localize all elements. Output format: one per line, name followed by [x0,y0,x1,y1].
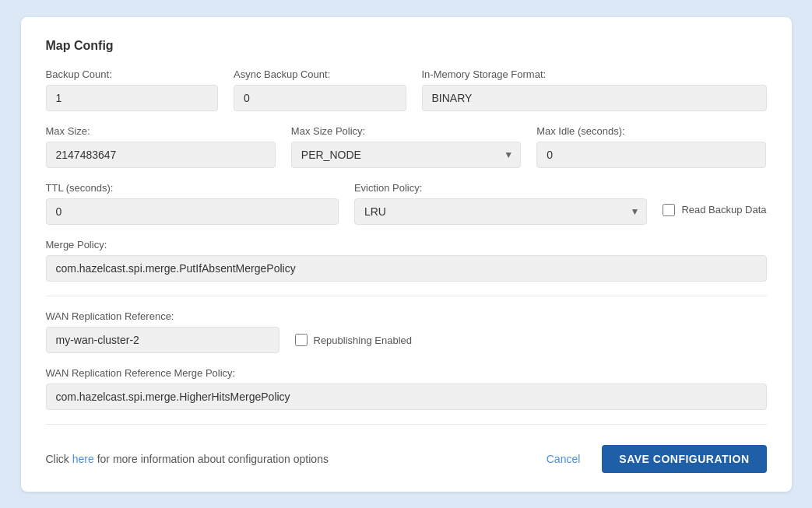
wan-merge-policy-label: WAN Replication Reference Merge Policy: [46,367,767,379]
max-idle-label: Max Idle (seconds): [536,125,766,137]
read-backup-data-checkbox[interactable] [663,204,675,216]
footer-text-after: for more information about configuration… [94,453,329,465]
save-configuration-button[interactable]: SAVE CONFIGURATION [602,445,766,473]
row-2: Max Size: Max Size Policy: PER_NODE PER_… [46,125,767,168]
republishing-enabled-label[interactable]: Republishing Enabled [314,335,412,346]
max-size-policy-select-wrapper: PER_NODE PER_PARTITION USED_HEAP_SIZE US… [291,142,521,168]
footer-text-before: Click [46,453,72,465]
max-idle-group: Max Idle (seconds): [536,125,766,168]
republishing-enabled-checkbox[interactable] [295,334,308,346]
eviction-policy-group: Eviction Policy: LRU LFU NONE RANDOM ▼ [354,182,647,225]
max-size-policy-group: Max Size Policy: PER_NODE PER_PARTITION … [291,125,521,168]
footer-info-text: Click here for more information about co… [46,453,329,465]
row-1: Backup Count: Async Backup Count: In-Mem… [46,68,767,111]
async-backup-count-group: Async Backup Count: [234,68,406,111]
max-size-input[interactable] [46,142,276,168]
in-memory-storage-format-input[interactable] [422,85,767,111]
max-size-label: Max Size: [46,125,276,137]
merge-policy-label: Merge Policy: [46,239,767,250]
eviction-policy-label: Eviction Policy: [354,182,647,194]
card-title: Map Config [46,39,767,53]
cancel-button[interactable]: Cancel [537,447,590,471]
divider-1 [46,296,767,296]
map-config-card: Map Config Backup Count: Async Backup Co… [21,17,792,492]
wan-merge-policy-input[interactable] [46,384,767,410]
backup-count-input[interactable] [46,85,219,111]
merge-policy-group: Merge Policy: [46,239,767,282]
row-3: TTL (seconds): Eviction Policy: LRU LFU … [46,182,767,225]
merge-policy-input[interactable] [46,255,767,282]
republishing-enabled-group: Republishing Enabled [295,317,412,346]
in-memory-storage-format-group: In-Memory Storage Format: [422,68,767,111]
ttl-group: TTL (seconds): [46,182,339,225]
max-size-policy-select[interactable]: PER_NODE PER_PARTITION USED_HEAP_SIZE US… [291,142,521,168]
max-idle-input[interactable] [536,142,766,168]
row-4: Merge Policy: [46,239,767,282]
async-backup-count-label: Async Backup Count: [234,68,406,80]
max-size-group: Max Size: [46,125,276,168]
wan-merge-policy-group: WAN Replication Reference Merge Policy: [46,367,767,410]
wan-replication-reference-label: WAN Replication Reference: [46,310,279,322]
eviction-policy-select[interactable]: LRU LFU NONE RANDOM [354,198,647,225]
backup-count-label: Backup Count: [46,68,219,80]
read-backup-data-group: Read Backup Data [663,182,766,216]
ttl-label: TTL (seconds): [46,182,339,194]
footer-actions: Cancel SAVE CONFIGURATION [537,445,767,473]
ttl-input[interactable] [46,198,339,225]
backup-count-group: Backup Count: [46,68,219,111]
wan-replication-reference-input[interactable] [46,327,279,353]
in-memory-storage-format-label: In-Memory Storage Format: [422,68,767,80]
row-6: WAN Replication Reference Merge Policy: [46,367,767,410]
eviction-policy-select-wrapper: LRU LFU NONE RANDOM ▼ [354,198,647,225]
max-size-policy-label: Max Size Policy: [291,125,521,137]
async-backup-count-input[interactable] [234,85,406,111]
footer: Click here for more information about co… [46,439,767,473]
wan-row: WAN Replication Reference: Republishing … [46,310,767,353]
wan-replication-reference-group: WAN Replication Reference: [46,310,279,353]
read-backup-data-label[interactable]: Read Backup Data [681,204,766,215]
divider-2 [46,424,767,425]
more-info-link[interactable]: here [72,453,94,465]
